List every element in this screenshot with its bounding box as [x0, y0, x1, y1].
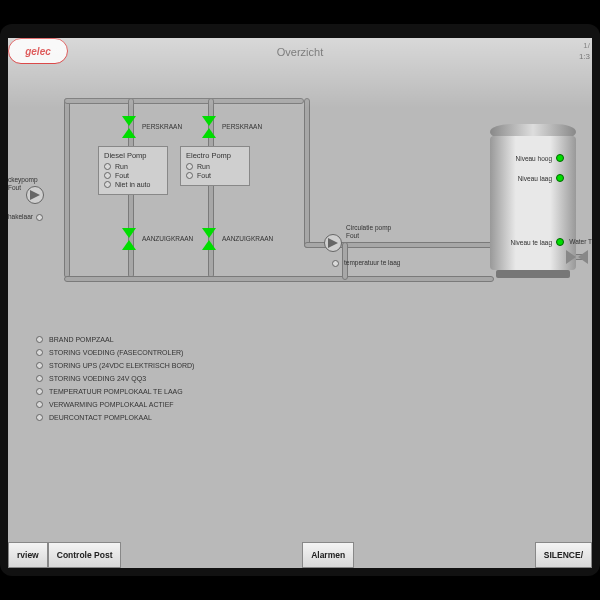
indicator-icon: [36, 375, 43, 382]
alarm-text: BRAND POMPZAAL: [49, 336, 114, 343]
valve-label: PERSKRAAN: [222, 123, 262, 130]
level-indicator-icon: [556, 238, 564, 246]
spacer: [121, 542, 302, 568]
level-label: Niveau hoog: [516, 155, 553, 162]
brand-logo: gelec: [8, 38, 68, 64]
silence-button[interactable]: SILENCE/: [535, 542, 592, 568]
overview-button[interactable]: rview: [8, 542, 48, 568]
alarm-text: DEURCONTACT POMPLOKAAL: [49, 414, 152, 421]
indicator-icon: [104, 172, 111, 179]
jockey-switch-label: hakelaar: [8, 213, 33, 221]
card-row-label: Run: [197, 163, 210, 170]
alarm-row: STORING UPS (24VDC ELEKTRISCH BORD): [36, 362, 194, 369]
valve-water[interactable]: [566, 248, 588, 266]
card-row-label: Fout: [115, 172, 129, 179]
circ-temp-label: temperatuur te laag: [344, 259, 400, 267]
storage-tank: Niveau hoog Niveau laag Niveau te laag: [490, 118, 576, 278]
jockey-pump-fault: Fout: [8, 184, 38, 192]
alarm-row: STORING VOEDING (FASECONTROLER): [36, 349, 194, 356]
circ-pump-fault: Fout: [346, 232, 391, 240]
level-indicator-icon: [556, 154, 564, 162]
jockey-pump-label: ckeypomp Fout: [8, 176, 38, 192]
circulation-pump-label: Circulatie pomp Fout: [346, 224, 391, 240]
alarm-text: STORING VOEDING 24V QQ3: [49, 375, 146, 382]
level-label: Niveau laag: [518, 175, 552, 182]
hmi-screen: gelec Overzicht 1/ 1:3 ckeypomp Fout hak…: [8, 38, 592, 568]
alarm-text: STORING VOEDING (FASECONTROLER): [49, 349, 183, 356]
valve-label: PERSKRAAN: [142, 123, 182, 130]
level-indicator-icon: [556, 174, 564, 182]
card-title: Electro Pomp: [186, 151, 244, 160]
indicator-icon: [186, 163, 193, 170]
indicator-icon: [36, 388, 43, 395]
indicator-icon: [104, 163, 111, 170]
valve-label: AANZUIGKRAAN: [222, 235, 273, 242]
valve-label: AANZUIGKRAAN: [142, 235, 193, 242]
alarm-text: STORING UPS (24VDC ELEKTRISCH BORD): [49, 362, 194, 369]
header-bar: gelec Overzicht 1/ 1:3: [8, 38, 592, 66]
card-title: Diesel Pomp: [104, 151, 162, 160]
jockey-pump-name: ckeypomp: [8, 176, 38, 184]
page-title: Overzicht: [277, 46, 323, 58]
card-row-label: Fout: [197, 172, 211, 179]
pipe: [304, 98, 310, 248]
bottom-bar: rview Controle Post Alarmen SILENCE/: [8, 542, 592, 568]
spacer: [354, 542, 535, 568]
indicator-icon: [36, 414, 43, 421]
alarm-row: STORING VOEDING 24V QQ3: [36, 375, 194, 382]
circ-temp-indicator: [332, 260, 339, 267]
alarm-list: BRAND POMPZAAL STORING VOEDING (FASECONT…: [36, 336, 194, 427]
tank-base: [496, 270, 570, 278]
indicator-icon: [186, 172, 193, 179]
valve-aanzuig-1[interactable]: [120, 228, 138, 250]
indicator-icon: [36, 362, 43, 369]
level-label: Niveau te laag: [510, 239, 552, 246]
card-row-label: Niet in auto: [115, 181, 150, 188]
alarm-row: TEMPERATUUR POMPLOKAAL TE LAAG: [36, 388, 194, 395]
valve-aanzuig-2[interactable]: [200, 228, 218, 250]
jockey-switch-indicator: [36, 214, 43, 221]
pipe: [64, 98, 70, 278]
diesel-pump-card[interactable]: Diesel Pomp Run Fout Niet in auto: [98, 146, 168, 195]
indicator-icon: [36, 401, 43, 408]
pipe: [64, 98, 304, 104]
hmi-panel: gelec Overzicht 1/ 1:3 ckeypomp Fout hak…: [0, 24, 600, 576]
indicator-icon: [36, 336, 43, 343]
valve-perskraan-1[interactable]: [120, 116, 138, 138]
valve-perskraan-2[interactable]: [200, 116, 218, 138]
alarm-row: BRAND POMPZAAL: [36, 336, 194, 343]
controle-post-button[interactable]: Controle Post: [48, 542, 122, 568]
alarm-row: VERWARMING POMPLOKAAL ACTIEF: [36, 401, 194, 408]
card-row-label: Run: [115, 163, 128, 170]
alarm-row: DEURCONTACT POMPLOKAAL: [36, 414, 194, 421]
alarmen-button[interactable]: Alarmen: [302, 542, 354, 568]
indicator-icon: [104, 181, 111, 188]
pipe: [64, 276, 494, 282]
circ-pump-name: Circulatie pomp: [346, 224, 391, 232]
alarm-text: VERWARMING POMPLOKAAL ACTIEF: [49, 401, 174, 408]
circulation-pump-icon: [324, 234, 342, 252]
indicator-icon: [36, 349, 43, 356]
datetime: 1/ 1:3: [579, 40, 590, 62]
electro-pump-card[interactable]: Electro Pomp Run Fout: [180, 146, 250, 186]
time-text: 1:3: [579, 51, 590, 62]
date-text: 1/: [579, 40, 590, 51]
alarm-text: TEMPERATUUR POMPLOKAAL TE LAAG: [49, 388, 183, 395]
valve-label: Water T: [569, 238, 592, 245]
